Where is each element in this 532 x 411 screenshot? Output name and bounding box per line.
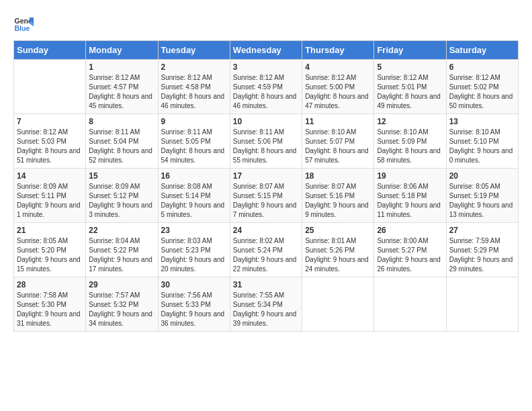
day-info: Sunrise: 8:12 AMSunset: 4:58 PMDaylight:…	[161, 73, 227, 111]
day-cell: 13Sunrise: 8:10 AMSunset: 5:10 PMDayligh…	[446, 114, 518, 169]
day-info: Sunrise: 8:11 AMSunset: 5:05 PMDaylight:…	[161, 128, 227, 165]
day-info: Sunrise: 8:11 AMSunset: 5:06 PMDaylight:…	[233, 128, 299, 165]
day-number: 3	[233, 62, 299, 72]
day-info: Sunrise: 8:02 AMSunset: 5:24 PMDaylight:…	[233, 236, 299, 274]
logo-icon: General Blue	[13, 13, 34, 34]
day-number: 30	[161, 280, 227, 289]
day-info: Sunrise: 8:10 AMSunset: 5:09 PMDaylight:…	[377, 128, 443, 165]
day-cell: 14Sunrise: 8:09 AMSunset: 5:11 PMDayligh…	[14, 169, 86, 223]
day-info: Sunrise: 8:06 AMSunset: 5:18 PMDaylight:…	[377, 182, 443, 220]
day-number: 14	[17, 171, 83, 181]
header-monday: Monday	[86, 41, 158, 60]
day-number: 24	[233, 226, 299, 235]
day-cell: 21Sunrise: 8:05 AMSunset: 5:20 PMDayligh…	[14, 223, 86, 277]
day-cell: 9Sunrise: 8:11 AMSunset: 5:05 PMDaylight…	[158, 114, 230, 169]
day-cell	[374, 277, 446, 332]
day-number: 9	[161, 117, 227, 126]
day-info: Sunrise: 8:07 AMSunset: 5:16 PMDaylight:…	[305, 182, 371, 220]
day-cell: 11Sunrise: 8:10 AMSunset: 5:07 PMDayligh…	[302, 114, 374, 169]
day-cell: 28Sunrise: 7:58 AMSunset: 5:30 PMDayligh…	[14, 277, 86, 332]
day-cell	[14, 60, 86, 114]
day-cell	[302, 277, 374, 332]
day-number: 25	[305, 226, 371, 235]
day-number: 16	[161, 171, 227, 181]
day-info: Sunrise: 8:09 AMSunset: 5:11 PMDaylight:…	[17, 182, 83, 220]
header-tuesday: Tuesday	[158, 41, 230, 60]
day-cell: 7Sunrise: 8:12 AMSunset: 5:03 PMDaylight…	[14, 114, 86, 169]
day-cell: 3Sunrise: 8:12 AMSunset: 4:59 PMDaylight…	[230, 60, 302, 114]
logo: General Blue	[13, 13, 34, 34]
header-row: SundayMondayTuesdayWednesdayThursdayFrid…	[14, 41, 519, 60]
day-cell: 20Sunrise: 8:05 AMSunset: 5:19 PMDayligh…	[446, 169, 518, 223]
day-info: Sunrise: 8:12 AMSunset: 4:57 PMDaylight:…	[89, 73, 154, 111]
day-info: Sunrise: 8:12 AMSunset: 5:02 PMDaylight:…	[449, 73, 515, 111]
day-info: Sunrise: 8:12 AMSunset: 5:01 PMDaylight:…	[377, 73, 443, 111]
day-number: 1	[89, 62, 154, 72]
day-info: Sunrise: 7:58 AMSunset: 5:30 PMDaylight:…	[17, 291, 83, 328]
day-info: Sunrise: 8:12 AMSunset: 5:03 PMDaylight:…	[17, 128, 83, 165]
day-info: Sunrise: 8:05 AMSunset: 5:19 PMDaylight:…	[449, 182, 515, 220]
header-saturday: Saturday	[446, 41, 518, 60]
page-header: General Blue	[13, 13, 519, 34]
day-cell: 10Sunrise: 8:11 AMSunset: 5:06 PMDayligh…	[230, 114, 302, 169]
week-row-4: 21Sunrise: 8:05 AMSunset: 5:20 PMDayligh…	[14, 223, 519, 277]
day-info: Sunrise: 8:01 AMSunset: 5:26 PMDaylight:…	[305, 236, 371, 274]
day-info: Sunrise: 8:03 AMSunset: 5:23 PMDaylight:…	[161, 236, 227, 274]
day-cell: 12Sunrise: 8:10 AMSunset: 5:09 PMDayligh…	[374, 114, 446, 169]
day-cell: 2Sunrise: 8:12 AMSunset: 4:58 PMDaylight…	[158, 60, 230, 114]
day-cell: 4Sunrise: 8:12 AMSunset: 5:00 PMDaylight…	[302, 60, 374, 114]
day-number: 20	[449, 171, 515, 181]
day-number: 7	[17, 117, 83, 126]
day-number: 26	[377, 226, 443, 235]
calendar-table: SundayMondayTuesdayWednesdayThursdayFrid…	[13, 40, 519, 332]
week-row-1: 1Sunrise: 8:12 AMSunset: 4:57 PMDaylight…	[14, 60, 519, 114]
day-number: 10	[233, 117, 299, 126]
day-cell: 29Sunrise: 7:57 AMSunset: 5:32 PMDayligh…	[86, 277, 158, 332]
day-info: Sunrise: 7:55 AMSunset: 5:34 PMDaylight:…	[233, 291, 299, 328]
day-info: Sunrise: 8:10 AMSunset: 5:10 PMDaylight:…	[449, 128, 515, 165]
day-number: 8	[89, 117, 154, 126]
day-cell: 25Sunrise: 8:01 AMSunset: 5:26 PMDayligh…	[302, 223, 374, 277]
day-cell: 8Sunrise: 8:11 AMSunset: 5:04 PMDaylight…	[86, 114, 158, 169]
day-cell: 16Sunrise: 8:08 AMSunset: 5:14 PMDayligh…	[158, 169, 230, 223]
day-cell: 1Sunrise: 8:12 AMSunset: 4:57 PMDaylight…	[86, 60, 158, 114]
day-info: Sunrise: 8:10 AMSunset: 5:07 PMDaylight:…	[305, 128, 371, 165]
day-number: 22	[89, 226, 154, 235]
day-cell: 22Sunrise: 8:04 AMSunset: 5:22 PMDayligh…	[86, 223, 158, 277]
header-friday: Friday	[374, 41, 446, 60]
day-number: 5	[377, 62, 443, 72]
day-number: 19	[377, 171, 443, 181]
day-info: Sunrise: 8:05 AMSunset: 5:20 PMDaylight:…	[17, 236, 83, 274]
day-info: Sunrise: 8:00 AMSunset: 5:27 PMDaylight:…	[377, 236, 443, 274]
day-cell: 27Sunrise: 7:59 AMSunset: 5:29 PMDayligh…	[446, 223, 518, 277]
day-cell: 24Sunrise: 8:02 AMSunset: 5:24 PMDayligh…	[230, 223, 302, 277]
day-cell: 30Sunrise: 7:56 AMSunset: 5:33 PMDayligh…	[158, 277, 230, 332]
day-info: Sunrise: 8:12 AMSunset: 4:59 PMDaylight:…	[233, 73, 299, 111]
day-number: 21	[17, 226, 83, 235]
day-info: Sunrise: 8:08 AMSunset: 5:14 PMDaylight:…	[161, 182, 227, 220]
day-cell: 31Sunrise: 7:55 AMSunset: 5:34 PMDayligh…	[230, 277, 302, 332]
day-number: 29	[89, 280, 154, 289]
day-info: Sunrise: 8:07 AMSunset: 5:15 PMDaylight:…	[233, 182, 299, 220]
day-number: 18	[305, 171, 371, 181]
day-number: 28	[17, 280, 83, 289]
day-info: Sunrise: 8:09 AMSunset: 5:12 PMDaylight:…	[89, 182, 154, 220]
header-sunday: Sunday	[14, 41, 86, 60]
day-info: Sunrise: 8:11 AMSunset: 5:04 PMDaylight:…	[89, 128, 154, 165]
header-wednesday: Wednesday	[230, 41, 302, 60]
day-cell: 23Sunrise: 8:03 AMSunset: 5:23 PMDayligh…	[158, 223, 230, 277]
day-cell: 6Sunrise: 8:12 AMSunset: 5:02 PMDaylight…	[446, 60, 518, 114]
day-number: 2	[161, 62, 227, 72]
day-number: 23	[161, 226, 227, 235]
day-info: Sunrise: 7:56 AMSunset: 5:33 PMDaylight:…	[161, 291, 227, 328]
day-cell: 15Sunrise: 8:09 AMSunset: 5:12 PMDayligh…	[86, 169, 158, 223]
day-number: 12	[377, 117, 443, 126]
day-number: 31	[233, 280, 299, 289]
header-thursday: Thursday	[302, 41, 374, 60]
day-number: 6	[449, 62, 515, 72]
week-row-3: 14Sunrise: 8:09 AMSunset: 5:11 PMDayligh…	[14, 169, 519, 223]
day-number: 17	[233, 171, 299, 181]
week-row-5: 28Sunrise: 7:58 AMSunset: 5:30 PMDayligh…	[14, 277, 519, 332]
day-cell: 5Sunrise: 8:12 AMSunset: 5:01 PMDaylight…	[374, 60, 446, 114]
day-number: 13	[449, 117, 515, 126]
